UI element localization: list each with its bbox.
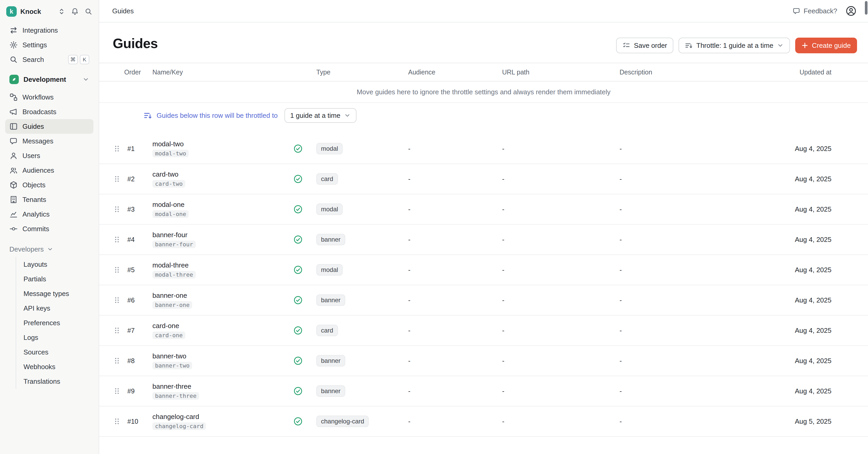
guide-name[interactable]: banner-one bbox=[152, 291, 187, 300]
workspace-row: k Knock bbox=[5, 5, 93, 23]
sidebar-item-tenants[interactable]: Tenants bbox=[5, 192, 93, 207]
sidebar-item-commits[interactable]: Commits bbox=[5, 222, 93, 236]
drag-handle-icon[interactable] bbox=[110, 145, 124, 152]
sidebar-item-objects[interactable]: Objects bbox=[5, 178, 93, 192]
table-row[interactable]: #5 modal-three modal-three modal - - bbox=[99, 255, 868, 285]
throttle-divider-link[interactable]: Guides below this row will be throttled … bbox=[157, 112, 278, 120]
row-updated-at: Aug 4, 2025 bbox=[781, 296, 868, 304]
sidebar-item-users[interactable]: Users bbox=[5, 148, 93, 163]
table-row[interactable]: #9 banner-three banner-three banner - - bbox=[99, 376, 868, 406]
workspace-switcher-icon[interactable] bbox=[58, 8, 65, 15]
status-active-icon bbox=[287, 144, 309, 153]
status-active-icon bbox=[287, 326, 309, 335]
drag-handle-icon[interactable] bbox=[110, 266, 124, 274]
sidebar-subitem[interactable]: API keys bbox=[17, 301, 93, 316]
guide-name[interactable]: banner-three bbox=[152, 382, 191, 391]
notifications-bell-icon[interactable] bbox=[71, 7, 79, 16]
guide-key: banner-two bbox=[152, 362, 192, 369]
table-row[interactable]: #10 changelog-card changelog-card change… bbox=[99, 406, 868, 437]
row-name-key: card-one card-one bbox=[147, 322, 287, 339]
sidebar-subitem[interactable]: Layouts bbox=[17, 257, 93, 272]
drag-handle-icon[interactable] bbox=[110, 175, 124, 183]
column-header-name-key: Name/Key bbox=[147, 68, 287, 76]
throttle-ignore-dropzone[interactable]: Move guides here to ignore the throttle … bbox=[99, 82, 868, 103]
sidebar-subitem[interactable]: Sources bbox=[17, 345, 93, 360]
row-audience: - bbox=[403, 266, 497, 274]
drag-handle-icon[interactable] bbox=[110, 236, 124, 244]
sidebar-item-guides[interactable]: Guides bbox=[5, 119, 93, 134]
sidebar-subitem[interactable]: Partials bbox=[17, 272, 93, 286]
sidebar-subitem[interactable]: Webhooks bbox=[17, 360, 93, 374]
sidebar-item-analytics[interactable]: Analytics bbox=[5, 207, 93, 222]
feedback-label: Feedback? bbox=[804, 7, 837, 15]
drag-handle-icon[interactable] bbox=[110, 296, 124, 304]
sidebar-item-label: Integrations bbox=[23, 26, 58, 34]
status-active-icon bbox=[287, 295, 309, 305]
plus-icon bbox=[802, 42, 808, 49]
table-row[interactable]: #2 card-two card-two card - - bbox=[99, 164, 868, 194]
drag-handle-icon[interactable] bbox=[110, 327, 124, 334]
workspace-name: Knock bbox=[20, 7, 41, 16]
sidebar-item-settings[interactable]: Settings bbox=[5, 38, 93, 52]
create-guide-button[interactable]: Create guide bbox=[795, 38, 857, 53]
sidebar-item-broadcasts[interactable]: Broadcasts bbox=[5, 105, 93, 119]
guides-icon bbox=[9, 122, 18, 131]
sidebar-item-search[interactable]: Search ⌘ K bbox=[5, 52, 93, 67]
sidebar-item-audiences[interactable]: Audiences bbox=[5, 163, 93, 178]
sidebar-subitem[interactable]: Logs bbox=[17, 330, 93, 345]
sidebar-item-label: Objects bbox=[23, 181, 45, 189]
row-order: #5 bbox=[124, 266, 147, 274]
column-header-description: Description bbox=[614, 68, 781, 76]
scrollbar-thumb[interactable] bbox=[865, 1, 867, 15]
guide-name[interactable]: changelog-card bbox=[152, 413, 199, 421]
sidebar-item-workflows[interactable]: Workflows bbox=[5, 90, 93, 105]
table-row[interactable]: #1 modal-two modal-two modal - - bbox=[99, 134, 868, 164]
table-body: #1 modal-two modal-two modal - - bbox=[99, 134, 868, 437]
guide-name[interactable]: banner-two bbox=[152, 352, 186, 360]
throttle-dropdown-button[interactable]: Throttle: 1 guide at a time bbox=[679, 38, 790, 53]
workflows-icon bbox=[9, 93, 18, 101]
guide-name[interactable]: modal-three bbox=[152, 261, 189, 269]
table-row[interactable]: #3 modal-one modal-one modal - - bbox=[99, 194, 868, 225]
search-icon[interactable] bbox=[85, 7, 92, 16]
row-url-path: - bbox=[497, 387, 614, 395]
row-url-path: - bbox=[497, 357, 614, 365]
row-name-key: banner-four banner-four bbox=[147, 231, 287, 248]
guide-name[interactable]: modal-two bbox=[152, 140, 184, 148]
user-avatar[interactable] bbox=[845, 5, 857, 17]
sidebar-subitem[interactable]: Translations bbox=[17, 374, 93, 389]
drag-handle-icon[interactable] bbox=[110, 418, 124, 425]
row-url-path: - bbox=[497, 236, 614, 244]
row-description: - bbox=[614, 205, 781, 214]
sidebar-subitem[interactable]: Message types bbox=[17, 286, 93, 301]
feedback-button[interactable]: Feedback? bbox=[793, 7, 837, 15]
sidebar-subitem[interactable]: Preferences bbox=[17, 316, 93, 330]
sidebar-item-messages[interactable]: Messages bbox=[5, 134, 93, 148]
guide-name[interactable]: banner-four bbox=[152, 231, 187, 239]
table-row[interactable]: #6 banner-one banner-one banner - - bbox=[99, 285, 868, 316]
table-row[interactable]: #8 banner-two banner-two banner - - bbox=[99, 346, 868, 376]
developers-section-toggle[interactable]: Developers bbox=[5, 242, 93, 257]
divider-throttle-value: 1 guide at a time bbox=[290, 112, 340, 120]
save-order-button[interactable]: Save order bbox=[616, 38, 673, 53]
table-row[interactable]: #4 banner-four banner-four banner - - bbox=[99, 225, 868, 255]
row-description: - bbox=[614, 327, 781, 335]
divider-throttle-dropdown[interactable]: 1 guide at a time bbox=[284, 108, 356, 123]
sidebar-item-label: Commits bbox=[23, 225, 49, 233]
row-order: #1 bbox=[124, 145, 147, 152]
row-name-key: changelog-card changelog-card bbox=[147, 413, 287, 430]
column-header-order: Order bbox=[124, 68, 147, 76]
guide-name[interactable]: card-two bbox=[152, 170, 179, 178]
guide-name[interactable]: modal-one bbox=[152, 201, 185, 209]
row-name-key: banner-two banner-two bbox=[147, 352, 287, 369]
drag-handle-icon[interactable] bbox=[110, 205, 124, 213]
table-row[interactable]: #7 card-one card-one card - - bbox=[99, 316, 868, 346]
guide-name[interactable]: card-one bbox=[152, 322, 179, 330]
sidebar-item-integrations[interactable]: Integrations bbox=[5, 23, 93, 38]
status-active-icon bbox=[287, 265, 309, 275]
drag-handle-icon[interactable] bbox=[110, 357, 124, 365]
row-type-cell: modal bbox=[309, 143, 403, 154]
sidebar-item-label: Settings bbox=[23, 41, 47, 49]
drag-handle-icon[interactable] bbox=[110, 387, 124, 395]
environment-switcher[interactable]: Development bbox=[5, 71, 93, 88]
